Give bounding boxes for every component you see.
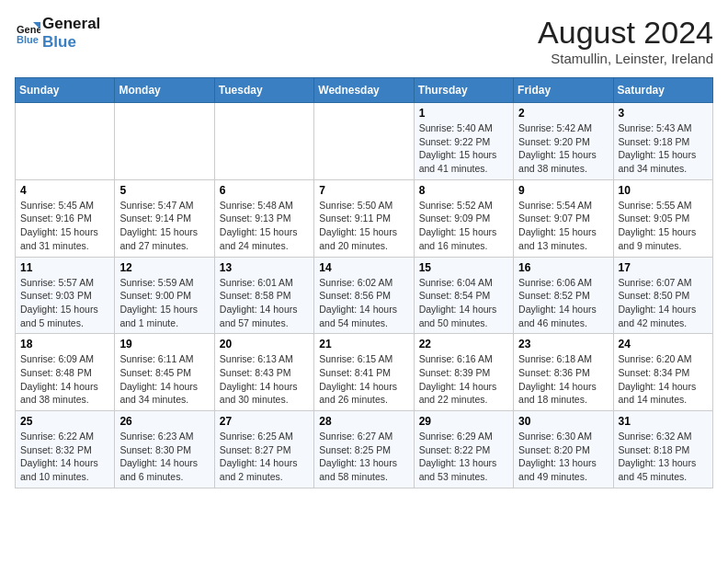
col-header-thursday: Thursday bbox=[414, 78, 513, 103]
day-info: Sunrise: 6:15 AMSunset: 8:41 PMDaylight:… bbox=[319, 352, 408, 407]
day-number: 16 bbox=[518, 261, 608, 274]
day-info: Sunrise: 5:59 AMSunset: 9:00 PMDaylight:… bbox=[119, 276, 209, 330]
day-number: 23 bbox=[518, 338, 608, 350]
day-info: Sunrise: 6:25 AMSunset: 8:27 PMDaylight:… bbox=[220, 430, 309, 484]
day-info: Sunrise: 6:06 AMSunset: 8:52 PMDaylight:… bbox=[518, 276, 608, 330]
col-header-tuesday: Tuesday bbox=[214, 78, 313, 103]
calendar-cell: 31Sunrise: 6:32 AMSunset: 8:18 PMDayligh… bbox=[613, 411, 712, 488]
day-number: 17 bbox=[619, 261, 708, 274]
logo-line2: Blue bbox=[42, 33, 100, 52]
day-number: 4 bbox=[20, 184, 109, 197]
day-number: 27 bbox=[220, 415, 309, 428]
day-info: Sunrise: 6:01 AMSunset: 8:58 PMDaylight:… bbox=[220, 276, 309, 330]
calendar-cell bbox=[115, 103, 214, 180]
day-info: Sunrise: 6:29 AMSunset: 8:22 PMDaylight:… bbox=[419, 430, 508, 484]
day-info: Sunrise: 6:18 AMSunset: 8:36 PMDaylight:… bbox=[518, 352, 608, 407]
day-info: Sunrise: 6:20 AMSunset: 8:34 PMDaylight:… bbox=[619, 352, 708, 407]
week-row-2: 4Sunrise: 5:45 AMSunset: 9:16 PMDaylight… bbox=[16, 179, 713, 257]
calendar-cell: 8Sunrise: 5:52 AMSunset: 9:09 PMDaylight… bbox=[414, 179, 513, 257]
calendar-cell: 1Sunrise: 5:40 AMSunset: 9:22 PMDaylight… bbox=[414, 103, 513, 180]
day-info: Sunrise: 5:57 AMSunset: 9:03 PMDaylight:… bbox=[20, 276, 109, 330]
title-block: August 2024 Stamullin, Leinster, Ireland bbox=[538, 15, 713, 66]
calendar-table: SundayMondayTuesdayWednesdayThursdayFrid… bbox=[15, 77, 713, 488]
svg-text:Blue: Blue bbox=[17, 34, 39, 45]
calendar-cell bbox=[314, 103, 414, 180]
calendar-cell: 29Sunrise: 6:29 AMSunset: 8:22 PMDayligh… bbox=[414, 411, 513, 488]
day-number: 3 bbox=[619, 107, 708, 120]
calendar-cell: 26Sunrise: 6:23 AMSunset: 8:30 PMDayligh… bbox=[115, 411, 214, 488]
calendar-cell: 13Sunrise: 6:01 AMSunset: 8:58 PMDayligh… bbox=[214, 257, 313, 334]
day-info: Sunrise: 6:27 AMSunset: 8:25 PMDaylight:… bbox=[319, 430, 408, 484]
day-number: 10 bbox=[619, 184, 708, 197]
day-number: 13 bbox=[220, 261, 309, 274]
calendar-cell: 22Sunrise: 6:16 AMSunset: 8:39 PMDayligh… bbox=[414, 334, 513, 411]
day-number: 18 bbox=[20, 338, 109, 350]
day-info: Sunrise: 5:43 AMSunset: 9:18 PMDaylight:… bbox=[619, 121, 708, 176]
week-row-5: 25Sunrise: 6:22 AMSunset: 8:32 PMDayligh… bbox=[16, 411, 713, 488]
day-number: 14 bbox=[319, 261, 408, 274]
calendar-cell: 2Sunrise: 5:42 AMSunset: 9:20 PMDaylight… bbox=[514, 103, 613, 180]
calendar-cell: 7Sunrise: 5:50 AMSunset: 9:11 PMDaylight… bbox=[314, 179, 414, 257]
day-number: 15 bbox=[419, 261, 508, 274]
day-info: Sunrise: 5:48 AMSunset: 9:13 PMDaylight:… bbox=[220, 199, 309, 253]
day-number: 28 bbox=[319, 415, 408, 428]
calendar-cell: 23Sunrise: 6:18 AMSunset: 8:36 PMDayligh… bbox=[514, 334, 613, 411]
day-number: 1 bbox=[419, 107, 508, 120]
col-header-monday: Monday bbox=[115, 78, 214, 103]
day-number: 20 bbox=[220, 338, 309, 350]
calendar-cell: 21Sunrise: 6:15 AMSunset: 8:41 PMDayligh… bbox=[314, 334, 414, 411]
day-number: 21 bbox=[319, 338, 408, 350]
calendar-cell: 15Sunrise: 6:04 AMSunset: 8:54 PMDayligh… bbox=[414, 257, 513, 334]
subtitle: Stamullin, Leinster, Ireland bbox=[538, 51, 713, 66]
calendar-cell: 9Sunrise: 5:54 AMSunset: 9:07 PMDaylight… bbox=[514, 179, 613, 257]
day-number: 25 bbox=[20, 415, 109, 428]
day-info: Sunrise: 6:07 AMSunset: 8:50 PMDaylight:… bbox=[619, 276, 708, 330]
calendar-cell: 24Sunrise: 6:20 AMSunset: 8:34 PMDayligh… bbox=[613, 334, 712, 411]
day-info: Sunrise: 6:22 AMSunset: 8:32 PMDaylight:… bbox=[20, 430, 109, 484]
day-info: Sunrise: 5:45 AMSunset: 9:16 PMDaylight:… bbox=[20, 199, 109, 253]
calendar-cell: 17Sunrise: 6:07 AMSunset: 8:50 PMDayligh… bbox=[613, 257, 712, 334]
logo-line1: General bbox=[42, 15, 100, 33]
day-number: 8 bbox=[419, 184, 508, 197]
week-row-4: 18Sunrise: 6:09 AMSunset: 8:48 PMDayligh… bbox=[16, 334, 713, 411]
calendar-cell: 20Sunrise: 6:13 AMSunset: 8:43 PMDayligh… bbox=[214, 334, 313, 411]
col-header-sunday: Sunday bbox=[16, 78, 115, 103]
day-info: Sunrise: 5:47 AMSunset: 9:14 PMDaylight:… bbox=[119, 199, 209, 253]
calendar-header: SundayMondayTuesdayWednesdayThursdayFrid… bbox=[16, 78, 713, 103]
calendar-cell bbox=[16, 103, 115, 180]
day-number: 7 bbox=[319, 184, 408, 197]
day-info: Sunrise: 6:16 AMSunset: 8:39 PMDaylight:… bbox=[419, 352, 508, 407]
day-info: Sunrise: 6:30 AMSunset: 8:20 PMDaylight:… bbox=[518, 430, 608, 484]
calendar-cell: 3Sunrise: 5:43 AMSunset: 9:18 PMDaylight… bbox=[613, 103, 712, 180]
calendar-cell: 11Sunrise: 5:57 AMSunset: 9:03 PMDayligh… bbox=[16, 257, 115, 334]
calendar-cell bbox=[214, 103, 313, 180]
day-info: Sunrise: 5:40 AMSunset: 9:22 PMDaylight:… bbox=[419, 121, 508, 176]
day-number: 5 bbox=[119, 184, 209, 197]
week-row-1: 1Sunrise: 5:40 AMSunset: 9:22 PMDaylight… bbox=[16, 103, 713, 180]
day-info: Sunrise: 5:55 AMSunset: 9:05 PMDaylight:… bbox=[619, 199, 708, 253]
col-header-saturday: Saturday bbox=[613, 78, 712, 103]
day-number: 31 bbox=[619, 415, 708, 428]
calendar-cell: 10Sunrise: 5:55 AMSunset: 9:05 PMDayligh… bbox=[613, 179, 712, 257]
calendar-cell: 19Sunrise: 6:11 AMSunset: 8:45 PMDayligh… bbox=[115, 334, 214, 411]
day-number: 30 bbox=[518, 415, 608, 428]
day-number: 2 bbox=[518, 107, 608, 120]
day-number: 12 bbox=[119, 261, 209, 274]
logo: General Blue General Blue bbox=[15, 15, 100, 51]
day-number: 9 bbox=[518, 184, 608, 197]
calendar-body: 1Sunrise: 5:40 AMSunset: 9:22 PMDaylight… bbox=[16, 103, 713, 488]
day-number: 29 bbox=[419, 415, 508, 428]
calendar-cell: 25Sunrise: 6:22 AMSunset: 8:32 PMDayligh… bbox=[16, 411, 115, 488]
calendar-cell: 28Sunrise: 6:27 AMSunset: 8:25 PMDayligh… bbox=[314, 411, 414, 488]
day-number: 19 bbox=[119, 338, 209, 350]
calendar-cell: 5Sunrise: 5:47 AMSunset: 9:14 PMDaylight… bbox=[115, 179, 214, 257]
day-info: Sunrise: 5:50 AMSunset: 9:11 PMDaylight:… bbox=[319, 199, 408, 253]
main-title: August 2024 bbox=[538, 15, 713, 51]
week-row-3: 11Sunrise: 5:57 AMSunset: 9:03 PMDayligh… bbox=[16, 257, 713, 334]
page-header: General Blue General Blue August 2024 St… bbox=[15, 15, 713, 66]
calendar-cell: 16Sunrise: 6:06 AMSunset: 8:52 PMDayligh… bbox=[514, 257, 613, 334]
day-info: Sunrise: 5:54 AMSunset: 9:07 PMDaylight:… bbox=[518, 199, 608, 253]
day-info: Sunrise: 6:32 AMSunset: 8:18 PMDaylight:… bbox=[619, 430, 708, 484]
col-header-wednesday: Wednesday bbox=[314, 78, 414, 103]
day-number: 6 bbox=[220, 184, 309, 197]
